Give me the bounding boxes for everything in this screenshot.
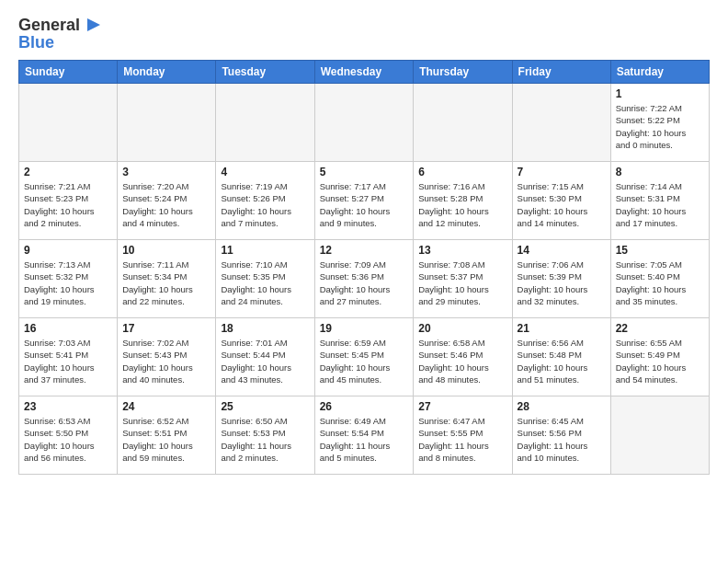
calendar-cell [118, 84, 216, 162]
calendar-cell [414, 84, 512, 162]
calendar-cell: 17Sunrise: 7:02 AM Sunset: 5:43 PM Dayli… [118, 318, 216, 396]
calendar-cell: 1Sunrise: 7:22 AM Sunset: 5:22 PM Daylig… [610, 84, 709, 162]
day-number: 27 [418, 400, 506, 413]
day-number: 6 [418, 166, 506, 178]
day-number: 20 [418, 322, 506, 335]
header: General Blue [18, 15, 710, 52]
calendar-cell: 15Sunrise: 7:05 AM Sunset: 5:40 PM Dayli… [610, 240, 709, 318]
calendar-cell: 22Sunrise: 6:55 AM Sunset: 5:49 PM Dayli… [610, 318, 709, 396]
calendar-cell: 5Sunrise: 7:17 AM Sunset: 5:27 PM Daylig… [314, 162, 414, 240]
day-number: 5 [320, 166, 409, 178]
day-info: Sunrise: 7:16 AM Sunset: 5:28 PM Dayligh… [418, 180, 506, 229]
day-number: 7 [518, 166, 606, 178]
day-info: Sunrise: 6:49 AM Sunset: 5:54 PM Dayligh… [320, 415, 409, 464]
day-number: 11 [221, 244, 309, 257]
day-number: 19 [320, 322, 409, 335]
day-info: Sunrise: 6:45 AM Sunset: 5:56 PM Dayligh… [518, 415, 606, 464]
week-row-3: 9Sunrise: 7:13 AM Sunset: 5:32 PM Daylig… [19, 240, 710, 318]
day-number: 2 [24, 166, 112, 178]
day-info: Sunrise: 7:01 AM Sunset: 5:44 PM Dayligh… [221, 337, 309, 385]
day-info: Sunrise: 7:13 AM Sunset: 5:32 PM Dayligh… [24, 259, 112, 307]
weekday-header-monday: Monday [118, 61, 216, 84]
page: General Blue SundayMondayTuesdayWednesda… [0, 0, 728, 563]
day-info: Sunrise: 6:47 AM Sunset: 5:55 PM Dayligh… [418, 415, 506, 464]
day-info: Sunrise: 7:05 AM Sunset: 5:40 PM Dayligh… [616, 259, 704, 307]
calendar-cell: 3Sunrise: 7:20 AM Sunset: 5:24 PM Daylig… [118, 162, 216, 240]
day-info: Sunrise: 7:10 AM Sunset: 5:35 PM Dayligh… [221, 259, 309, 307]
day-number: 22 [616, 322, 704, 335]
calendar-cell: 26Sunrise: 6:49 AM Sunset: 5:54 PM Dayli… [314, 396, 414, 475]
day-info: Sunrise: 7:20 AM Sunset: 5:24 PM Dayligh… [122, 180, 210, 229]
day-number: 25 [221, 400, 309, 413]
day-number: 3 [122, 166, 210, 178]
calendar-header-row: SundayMondayTuesdayWednesdayThursdayFrid… [19, 61, 710, 84]
day-number: 14 [518, 244, 606, 257]
calendar-cell [512, 84, 610, 162]
weekday-header-wednesday: Wednesday [314, 61, 414, 84]
weekday-header-saturday: Saturday [610, 61, 709, 84]
week-row-1: 1Sunrise: 7:22 AM Sunset: 5:22 PM Daylig… [19, 84, 710, 162]
calendar-cell: 21Sunrise: 6:56 AM Sunset: 5:48 PM Dayli… [512, 318, 610, 396]
day-info: Sunrise: 6:52 AM Sunset: 5:51 PM Dayligh… [122, 415, 210, 464]
calendar-cell: 4Sunrise: 7:19 AM Sunset: 5:26 PM Daylig… [216, 162, 314, 240]
day-info: Sunrise: 7:19 AM Sunset: 5:26 PM Dayligh… [221, 180, 309, 229]
day-number: 13 [418, 244, 506, 257]
calendar-table: SundayMondayTuesdayWednesdayThursdayFrid… [18, 60, 710, 475]
calendar-cell: 20Sunrise: 6:58 AM Sunset: 5:46 PM Dayli… [414, 318, 512, 396]
day-number: 18 [221, 322, 309, 335]
calendar-cell: 23Sunrise: 6:53 AM Sunset: 5:50 PM Dayli… [19, 396, 118, 475]
calendar-cell: 25Sunrise: 6:50 AM Sunset: 5:53 PM Dayli… [216, 396, 314, 475]
day-number: 23 [24, 400, 112, 413]
day-number: 4 [221, 166, 309, 178]
calendar-cell: 28Sunrise: 6:45 AM Sunset: 5:56 PM Dayli… [512, 396, 610, 475]
calendar-cell: 2Sunrise: 7:21 AM Sunset: 5:23 PM Daylig… [19, 162, 118, 240]
day-info: Sunrise: 7:22 AM Sunset: 5:22 PM Dayligh… [616, 102, 704, 151]
day-info: Sunrise: 7:06 AM Sunset: 5:39 PM Dayligh… [518, 259, 606, 307]
calendar-cell: 24Sunrise: 6:52 AM Sunset: 5:51 PM Dayli… [118, 396, 216, 475]
day-info: Sunrise: 7:09 AM Sunset: 5:36 PM Dayligh… [320, 259, 409, 307]
logo-icon [82, 15, 102, 35]
calendar-cell: 13Sunrise: 7:08 AM Sunset: 5:37 PM Dayli… [414, 240, 512, 318]
day-info: Sunrise: 6:56 AM Sunset: 5:48 PM Dayligh… [518, 337, 606, 385]
calendar-cell [610, 396, 709, 475]
calendar-cell [314, 84, 414, 162]
day-number: 28 [518, 400, 606, 413]
calendar-cell: 16Sunrise: 7:03 AM Sunset: 5:41 PM Dayli… [19, 318, 118, 396]
logo-text-blue: Blue [18, 33, 102, 52]
calendar-cell [19, 84, 118, 162]
day-info: Sunrise: 7:21 AM Sunset: 5:23 PM Dayligh… [24, 180, 112, 229]
weekday-header-sunday: Sunday [19, 61, 118, 84]
calendar-cell: 12Sunrise: 7:09 AM Sunset: 5:36 PM Dayli… [314, 240, 414, 318]
day-info: Sunrise: 6:55 AM Sunset: 5:49 PM Dayligh… [616, 337, 704, 385]
day-number: 12 [320, 244, 409, 257]
day-info: Sunrise: 7:14 AM Sunset: 5:31 PM Dayligh… [616, 180, 704, 229]
calendar-cell: 9Sunrise: 7:13 AM Sunset: 5:32 PM Daylig… [19, 240, 118, 318]
calendar-cell: 11Sunrise: 7:10 AM Sunset: 5:35 PM Dayli… [216, 240, 314, 318]
day-info: Sunrise: 7:11 AM Sunset: 5:34 PM Dayligh… [122, 259, 210, 307]
day-info: Sunrise: 6:53 AM Sunset: 5:50 PM Dayligh… [24, 415, 112, 464]
weekday-header-tuesday: Tuesday [216, 61, 314, 84]
day-number: 24 [122, 400, 210, 413]
weekday-header-friday: Friday [512, 61, 610, 84]
calendar-cell: 19Sunrise: 6:59 AM Sunset: 5:45 PM Dayli… [314, 318, 414, 396]
svg-marker-0 [87, 18, 100, 31]
day-info: Sunrise: 7:02 AM Sunset: 5:43 PM Dayligh… [122, 337, 210, 385]
calendar-cell: 8Sunrise: 7:14 AM Sunset: 5:31 PM Daylig… [610, 162, 709, 240]
calendar-cell [216, 84, 314, 162]
day-number: 10 [122, 244, 210, 257]
week-row-2: 2Sunrise: 7:21 AM Sunset: 5:23 PM Daylig… [19, 162, 710, 240]
calendar-cell: 10Sunrise: 7:11 AM Sunset: 5:34 PM Dayli… [118, 240, 216, 318]
day-info: Sunrise: 6:50 AM Sunset: 5:53 PM Dayligh… [221, 415, 309, 464]
day-number: 8 [616, 166, 704, 178]
day-info: Sunrise: 6:59 AM Sunset: 5:45 PM Dayligh… [320, 337, 409, 385]
day-info: Sunrise: 7:17 AM Sunset: 5:27 PM Dayligh… [320, 180, 409, 229]
day-number: 16 [24, 322, 112, 335]
calendar-cell: 14Sunrise: 7:06 AM Sunset: 5:39 PM Dayli… [512, 240, 610, 318]
day-number: 1 [616, 87, 704, 100]
logo-text-general: General [18, 16, 80, 35]
day-number: 26 [320, 400, 409, 413]
day-info: Sunrise: 7:08 AM Sunset: 5:37 PM Dayligh… [418, 259, 506, 307]
day-info: Sunrise: 6:58 AM Sunset: 5:46 PM Dayligh… [418, 337, 506, 385]
day-info: Sunrise: 7:03 AM Sunset: 5:41 PM Dayligh… [24, 337, 112, 385]
day-number: 9 [24, 244, 112, 257]
